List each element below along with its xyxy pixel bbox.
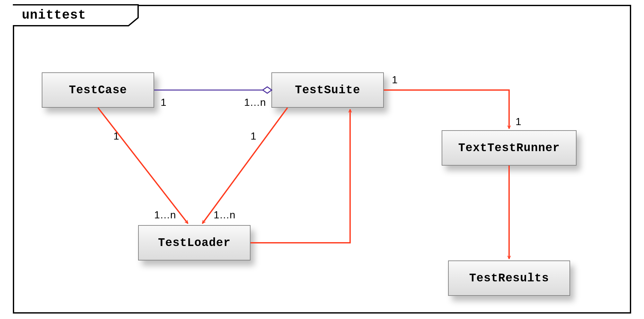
mult-testcase-to-loader-dst: 1…n — [154, 209, 176, 221]
mult-testsuite-side-from-testcase: 1…n — [244, 96, 266, 108]
mult-testcase-side: 1 — [161, 96, 166, 108]
class-testresults: TestResults — [448, 260, 570, 296]
class-testsuite: TestSuite — [271, 72, 384, 108]
package-name-text: unittest — [22, 8, 86, 23]
mult-texttestrunner-in: 1 — [516, 116, 521, 128]
mult-testsuite-to-loader-src: 1 — [251, 130, 256, 142]
class-texttestrunner: TextTestRunner — [442, 130, 577, 166]
mult-testcase-to-loader-src: 1 — [113, 130, 119, 142]
mult-testsuite-to-loader-dst: 1…n — [214, 209, 235, 221]
mult-testsuite-out-right: 1 — [392, 74, 398, 86]
class-testcase: TestCase — [42, 72, 154, 108]
class-testsuite-label: TestSuite — [295, 84, 360, 97]
class-texttestrunner-label: TextTestRunner — [458, 141, 560, 155]
class-testresults-label: TestResults — [469, 272, 549, 285]
package-name: unittest — [13, 5, 128, 26]
class-testloader: TestLoader — [138, 225, 251, 260]
class-testloader-label: TestLoader — [158, 236, 231, 250]
diagram-canvas: unittest TestCase TestSuite TextTestRunn… — [0, 0, 644, 319]
class-testcase-label: TestCase — [69, 84, 127, 97]
